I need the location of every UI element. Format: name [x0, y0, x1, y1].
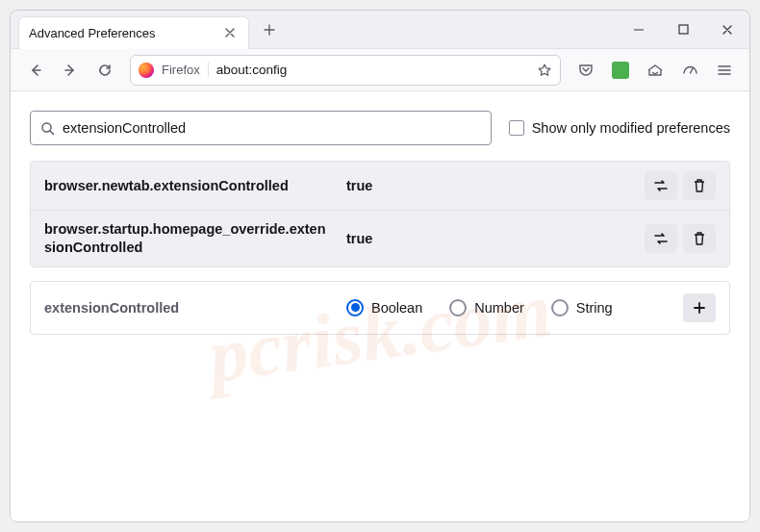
radio-string[interactable]: String [551, 299, 613, 317]
radio-boolean[interactable]: Boolean [346, 299, 422, 317]
inbox-icon[interactable] [640, 55, 671, 86]
url-bar[interactable]: Firefox about:config [130, 55, 561, 86]
search-row: Show only modified preferences [30, 111, 730, 145]
browser-tab[interactable]: Advanced Preferences [18, 16, 249, 49]
forward-button[interactable] [55, 55, 86, 86]
content-area: pcrisk.com Show only modified preference… [11, 91, 749, 521]
preference-value: true [346, 231, 631, 246]
preference-actions [645, 224, 716, 253]
radio-label: String [576, 300, 613, 316]
radio-icon [449, 299, 467, 317]
search-icon [40, 121, 55, 136]
svg-rect-0 [679, 25, 688, 34]
new-preference-name: extensionControlled [44, 300, 333, 316]
preference-actions [645, 171, 716, 200]
delete-button[interactable] [683, 224, 716, 253]
preference-row: browser.newtab.extensionControlled true [31, 162, 729, 210]
preference-row: browser.startup.homepage_override.extens… [31, 210, 729, 266]
urlbar-identity-label: Firefox [162, 63, 209, 77]
close-window-button[interactable] [705, 11, 749, 48]
radio-number[interactable]: Number [449, 299, 524, 317]
preference-name: browser.startup.homepage_override.extens… [44, 220, 333, 257]
toolbar: Firefox about:config [11, 49, 749, 91]
preference-value: true [346, 178, 631, 193]
type-radio-group: Boolean Number String [346, 299, 670, 317]
new-preference-row: extensionControlled Boolean Number Strin… [30, 281, 730, 335]
preference-list: browser.newtab.extensionControlled true … [30, 161, 730, 267]
close-tab-button[interactable] [221, 24, 239, 41]
back-button[interactable] [20, 55, 51, 86]
menu-button[interactable] [709, 55, 740, 86]
delete-button[interactable] [683, 171, 716, 200]
checkbox-icon [509, 120, 524, 136]
bookmark-star-icon[interactable] [537, 63, 552, 78]
preference-name: browser.newtab.extensionControlled [44, 177, 333, 195]
checkbox-label-text: Show only modified preferences [532, 120, 730, 136]
radio-label: Boolean [371, 300, 422, 316]
browser-window: Advanced Preferences [10, 10, 750, 522]
maximize-button[interactable] [661, 11, 705, 48]
dashboard-icon[interactable] [674, 55, 705, 86]
toggle-button[interactable] [645, 171, 677, 200]
firefox-icon [139, 63, 154, 78]
radio-icon [551, 299, 569, 317]
show-modified-checkbox[interactable]: Show only modified preferences [509, 120, 730, 136]
window-controls [617, 11, 749, 48]
minimize-button[interactable] [617, 11, 661, 48]
pocket-icon[interactable] [570, 55, 601, 86]
add-button[interactable] [683, 293, 716, 322]
new-tab-button[interactable] [255, 15, 284, 44]
titlebar: Advanced Preferences [11, 11, 749, 49]
toggle-button[interactable] [645, 224, 677, 253]
radio-icon [346, 299, 364, 317]
reload-button[interactable] [89, 55, 120, 86]
urlbar-text: about:config [216, 63, 529, 77]
search-input[interactable] [63, 120, 481, 136]
radio-label: Number [474, 300, 524, 316]
extension-icon[interactable] [605, 55, 636, 86]
tab-title: Advanced Preferences [29, 26, 156, 40]
search-box[interactable] [30, 111, 492, 145]
